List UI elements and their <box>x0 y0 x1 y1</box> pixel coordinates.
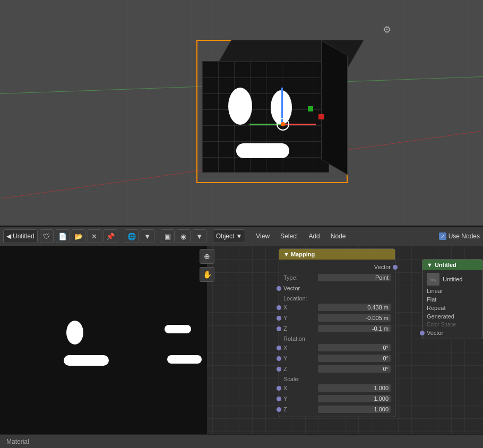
texture-image-row: img Untitled <box>422 272 482 287</box>
use-nodes-label: Use Nodes <box>448 232 480 240</box>
scale-x-value[interactable]: 1.000 <box>318 384 391 392</box>
shading-dropdown[interactable]: ▼ <box>193 229 206 243</box>
rot-y-row: Y 0° <box>279 353 395 364</box>
scale-y-dot <box>277 397 281 401</box>
loc-z-value[interactable]: -0.1 m <box>318 325 391 332</box>
nav-overlay: ⊕ ✋ <box>196 246 218 285</box>
scale-x-label: X <box>283 385 318 391</box>
texture-generated-label: Generated <box>427 313 454 320</box>
bottom-label-bar: Material <box>0 434 483 448</box>
title-dropdown-label: Untitled <box>13 232 34 240</box>
scale-z-dot <box>277 407 281 412</box>
render-mode-icon[interactable]: ▣ <box>161 229 175 243</box>
close-icon[interactable]: ✕ <box>88 229 101 243</box>
scale-y-row: Y 1.000 <box>279 393 395 404</box>
view-menu[interactable]: View <box>252 230 274 243</box>
rot-x-value[interactable]: 0° <box>318 344 391 351</box>
new-file-icon[interactable]: 📄 <box>56 229 70 243</box>
use-nodes-toggle[interactable]: ✓ Use Nodes <box>439 232 480 240</box>
texture-colorspace-row: Color Space <box>422 321 482 329</box>
texture-flat-row[interactable]: Flat <box>422 295 482 304</box>
preview-eye-left <box>66 321 83 344</box>
rot-z-label: Z <box>283 366 318 372</box>
texture-vector-row: Vector <box>422 329 482 337</box>
select-menu[interactable]: Select <box>276 230 302 243</box>
type-label: Type: <box>283 274 318 281</box>
title-dropdown[interactable]: ◀ Untitled <box>3 229 38 243</box>
editor-type-dropdown[interactable]: Object ▼ <box>213 229 246 243</box>
transform-center-dot <box>281 122 285 126</box>
mapping-node[interactable]: ▼ Mapping Vector Type: Point Vector Loca… <box>279 248 395 417</box>
magnify-button[interactable]: ⊕ <box>200 249 214 264</box>
scale-x-dot <box>277 386 281 391</box>
loc-z-row: Z -0.1 m <box>279 323 395 334</box>
mapping-node-header: ▼ Mapping <box>279 249 395 260</box>
check-icon: ✓ <box>441 234 445 239</box>
vector-dot-left <box>420 331 425 335</box>
editor-type-arrow: ▼ <box>236 232 242 240</box>
texture-repeat-label: Repeat <box>427 305 445 311</box>
loc-x-dot <box>277 305 281 310</box>
texture-body: img Untitled Linear Flat Repeat Generate… <box>422 270 482 339</box>
material-label: Material <box>6 438 29 445</box>
rot-z-value[interactable]: 0° <box>318 365 391 373</box>
vector-output-label: Vector <box>283 264 391 270</box>
vector-input-dot <box>277 286 281 291</box>
rot-y-value[interactable]: 0° <box>318 355 391 362</box>
add-menu[interactable]: Add <box>304 230 324 243</box>
type-value[interactable]: Point <box>318 274 391 281</box>
rot-x-dot <box>277 346 281 350</box>
texture-node[interactable]: ▼ Untitled img Untitled Linear Flat Repe… <box>422 259 483 339</box>
gear-icon[interactable]: ⚙ <box>383 24 395 37</box>
rot-z-dot <box>277 367 281 372</box>
texture-colorspace-label: Color Space <box>427 322 456 328</box>
texture-repeat-row[interactable]: Repeat <box>422 304 482 312</box>
shield-icon[interactable]: 🛡 <box>40 229 54 243</box>
loc-y-row: Y -0.005 m <box>279 313 395 323</box>
vector-output-dot <box>393 265 398 270</box>
loc-y-dot <box>277 316 281 321</box>
node-menu[interactable]: Node <box>326 230 350 243</box>
shading-icon[interactable]: ◉ <box>177 229 191 243</box>
location-section: Location: <box>279 294 395 302</box>
rot-x-label: X <box>283 344 318 351</box>
loc-y-label: Y <box>283 315 318 321</box>
mapping-header-title: Mapping <box>291 251 315 257</box>
texture-linear-row[interactable]: Linear <box>422 287 482 295</box>
loc-x-label: X <box>283 304 318 311</box>
texture-header-triangle: ▼ <box>427 262 433 268</box>
hand-icon: ✋ <box>203 270 212 279</box>
hand-tool-button[interactable]: ✋ <box>200 267 214 282</box>
scale-x-row: X 1.000 <box>279 383 395 393</box>
scale-z-value[interactable]: 1.000 <box>318 406 391 413</box>
mapping-body: Vector Type: Point Vector Location: X 0.… <box>279 260 395 417</box>
loc-x-value[interactable]: 0.438 m <box>318 304 391 311</box>
scale-y-value[interactable]: 1.000 <box>318 395 391 402</box>
cube-object[interactable] <box>196 40 348 183</box>
loc-y-value[interactable]: -0.005 m <box>318 314 391 322</box>
rot-y-dot <box>277 356 281 361</box>
texture-mouth <box>236 143 289 158</box>
texture-image-name[interactable]: Untitled <box>443 276 462 282</box>
open-folder-icon[interactable]: 📂 <box>72 229 85 243</box>
mapping-type-row: Type: Point <box>279 272 395 283</box>
magnify-icon: ⊕ <box>204 252 210 261</box>
loc-x-row: X 0.438 m <box>279 302 395 313</box>
texture-generated-row[interactable]: Generated <box>422 312 482 321</box>
pin-icon[interactable]: 📌 <box>104 229 117 243</box>
preview-mouth-right <box>167 355 202 364</box>
dropdown-arrow-left: ◀ <box>6 232 11 240</box>
rot-y-label: Y <box>283 355 318 361</box>
transform-box-red <box>318 114 324 119</box>
global-icon[interactable]: 🌐 <box>125 229 139 243</box>
texture-preview-thumb: img <box>427 273 439 286</box>
dropdown-icon[interactable]: ▼ <box>141 229 154 243</box>
texture-vector-label: Vector <box>427 330 443 336</box>
rotation-section: Rotation: <box>279 334 395 342</box>
texture-linear-label: Linear <box>427 288 443 294</box>
node-canvas[interactable]: ⊕ ✋ ordinate enerated Normal UV Object C… <box>0 246 483 448</box>
mapping-vector-output: Vector <box>279 262 395 272</box>
viewport-3d: ⚙ <box>0 0 483 226</box>
use-nodes-checkbox[interactable]: ✓ <box>439 232 446 240</box>
scale-z-row: Z 1.000 <box>279 404 395 415</box>
